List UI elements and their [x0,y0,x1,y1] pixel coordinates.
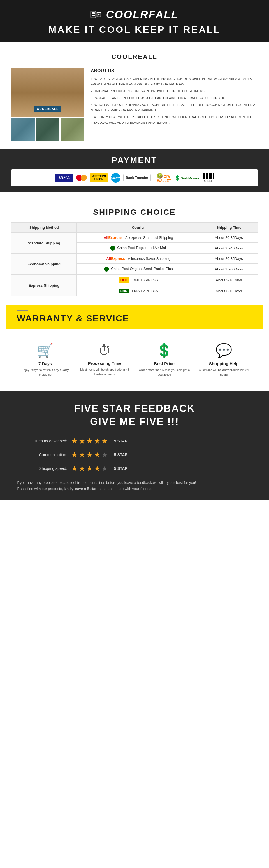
logo-icon [90,8,102,21]
cart-icon: 🛒 [17,343,74,359]
stars-communication: ★ ★ ★ ★ ★ [71,451,108,459]
warranty-processing-desc: Most items will be shipped within 48 bus… [77,367,133,377]
warranty-item-7days: 🛒 7 Days Enjoy 7days to return if any qu… [17,343,74,377]
warranty-processing-title: Processing Time [77,361,133,366]
shipping-col-time: Shipping Time [200,223,258,233]
table-row: Economy Shipping AliExpress Aliexpress S… [11,254,258,264]
warranty-item-processing: ⏱ Processing Time Most items will be shi… [77,343,133,377]
table-row: Express Shipping DHL DHL EXPRESS About 3… [11,275,258,286]
standard-shipping-cell: Standard Shipping [11,233,77,254]
shipping-section: SHIPPING CHOICE Shipping Method Courier … [0,192,269,305]
price-tag-icon: 💲 [136,343,193,359]
mastercard-payment-icon [76,175,87,181]
ems-logo: EMS [119,289,129,293]
boletol-label: Boletol [204,180,212,183]
shipping-time-express-1: About 3-10Days [200,275,258,286]
warranty-price-desc: Order more than 50pcs you can get a best… [136,368,193,377]
feedback-title-line2: GIVE ME FIVE !!! [11,415,258,428]
qiwi-payment-icon: 🥝 QIWIWALLET [157,173,172,183]
warranty-title: WARRANTY & SERVICE [17,313,252,324]
warranty-7days-desc: Enjoy 7days to return if any quality pro… [17,368,74,377]
about-section: COOLREALL ABOUT US: 1. WE ARE A FACTORY … [0,42,269,149]
courier-dhl: DHL DHL EXPRESS [77,275,200,286]
warranty-help-title: Shopping Help [196,361,252,366]
feedback-row-shipping: Shipping speed: ★ ★ ★ ★ ★ 5 STAR [11,464,258,473]
payment-section: PAYMENT VISA WESTERNUNION Maestro Bank T… [0,149,269,192]
feedback-title: FIVE STAR FEEDBACK GIVE ME FIVE !!! [11,402,258,428]
warranty-help-desc: All emails will be answered within 24 ho… [196,368,252,377]
warranty-section: WARRANTY & SERVICE 🛒 7 Days Enjoy 7days … [0,305,269,391]
warranty-item-help: 💬 Shopping Help All emails will be answe… [196,343,252,377]
about-text-column: ABOUT US: 1. WE ARE A FACTORY SPECIALIZI… [91,68,258,141]
star-3: ★ [86,464,93,473]
about-content: ABOUT US: 1. WE ARE A FACTORY SPECIALIZI… [11,68,258,141]
star-2: ★ [79,451,85,459]
about-small-image-3 [61,118,84,141]
star-4: ★ [94,451,100,459]
feedback-row-communication: Communication: ★ ★ ★ ★ ★ 5 STAR [11,451,258,459]
courier-aliexpress-standard: AliExpress Aliexpress Standard Shipping [77,233,200,243]
star-3: ★ [86,451,93,459]
stars-item-described: ★ ★ ★ ★ ★ [71,437,108,445]
feedback-label-communication: Communication: [28,453,67,457]
star-badge-communication: 5 STAR [114,453,128,457]
logo-container: COOLRFALL [0,8,269,21]
about-small-image-1 [11,118,35,141]
star-3: ★ [86,437,93,445]
table-row: Standard Shipping AliExpress Aliexpress … [11,233,258,243]
header-section: COOLRFALL MAKE IT COOL KEEP IT REALL [0,0,269,42]
star-1: ★ [71,451,78,459]
about-main-image [11,68,84,117]
feedback-title-line1: FIVE STAR FEEDBACK [11,402,258,415]
shipping-table: Shipping Method Courier Shipping Time St… [11,222,258,296]
feedback-label-item: Item as described: [28,439,67,443]
china-post-icon-2 [104,267,109,272]
star-4: ★ [94,437,100,445]
courier-chinapost-packet: China Post Original Small Packet Plus [77,264,200,275]
shipping-col-courier: Courier [77,223,200,233]
star-2: ★ [79,437,85,445]
shipping-time-economy-1: About 20-35Days [200,254,258,264]
bank-transfer-payment-icon: Bank Transfer [123,174,151,181]
feedback-row-item-described: Item as described: ★ ★ ★ ★ ★ 5 STAR [11,437,258,445]
shipping-col-method: Shipping Method [11,223,77,233]
star-5: ★ [101,437,108,445]
aliexpress-logo: AliExpress [104,236,122,240]
star-badge-shipping: 5 STAR [114,466,128,471]
shipping-title: SHIPPING CHOICE [11,204,258,217]
courier-ems: EMS EMS EXPRESS [77,286,200,296]
chat-icon: 💬 [196,343,252,359]
clock-icon: ⏱ [77,343,133,358]
barcode-lines [202,173,214,179]
header-tagline: MAKE IT COOL KEEP IT REALL [0,24,269,35]
express-shipping-cell: Express Shipping [11,275,77,296]
about-images-column [11,68,84,141]
about-body: 1. WE ARE A FACTORY SPECIALIZING IN THE … [91,76,258,125]
svg-rect-1 [92,12,95,14]
star-5-empty: ★ [101,464,108,473]
aliexpress-logo-2: AliExpress [106,256,125,261]
china-post-icon [110,246,115,251]
visa-payment-icon: VISA [55,174,73,182]
shipping-time-express-2: About 3-10Days [200,286,258,296]
about-title: ABOUT US: [91,68,258,73]
economy-shipping-cell: Economy Shipping [11,254,77,275]
about-section-label: COOLREALL [11,53,258,60]
webmoney-payment-icon: 💲 WebMoney [174,175,199,181]
svg-rect-2 [92,15,95,16]
courier-chinapost-airmail: China Post Registered Air Mail [77,243,200,254]
feedback-note-line2: If satisfied with our products, kindly l… [17,486,252,492]
svg-rect-0 [91,11,96,18]
feedback-label-shipping: Shipping speed: [28,466,67,471]
shipping-time-standard-1: About 20-35Days [200,233,258,243]
star-badge-item: 5 STAR [114,439,128,443]
office-interior [11,68,84,117]
payment-title: PAYMENT [11,155,258,165]
star-5-empty: ★ [101,451,108,459]
maestro-payment-icon: Maestro [111,173,120,183]
payment-methods-bar: VISA WESTERNUNION Maestro Bank Transfer … [11,169,258,186]
stars-shipping: ★ ★ ★ ★ ★ [71,464,108,473]
boletol-payment-icon: Boletol [202,173,214,183]
feedback-section: FIVE STAR FEEDBACK GIVE ME FIVE !!! Item… [0,391,269,500]
warranty-header: WARRANTY & SERVICE [6,305,263,329]
